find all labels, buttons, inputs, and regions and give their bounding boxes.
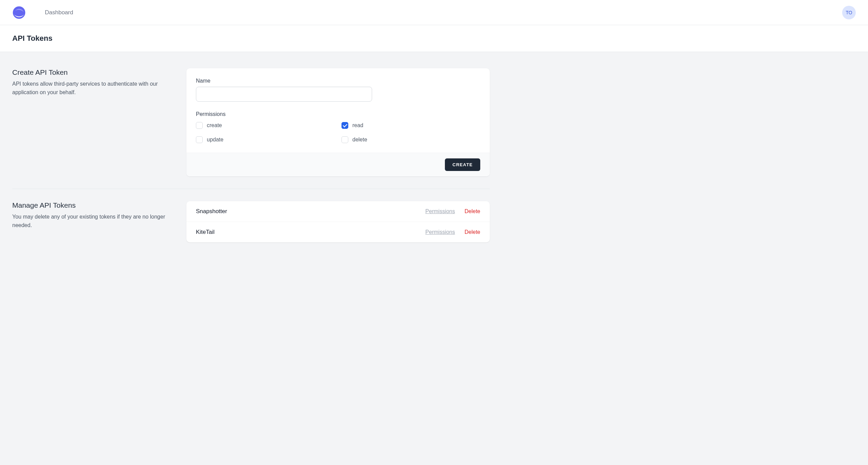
- permission-create-checkbox[interactable]: [196, 122, 203, 129]
- create-token-card: Name Permissions createreadupdatedelete …: [186, 68, 490, 176]
- permission-read-label: read: [352, 122, 363, 128]
- permissions-grid: createreadupdatedelete: [196, 122, 480, 143]
- token-permissions-link[interactable]: Permissions: [425, 229, 455, 235]
- permission-read-checkbox[interactable]: [341, 122, 348, 129]
- topbar: Dashboard TO: [0, 0, 868, 25]
- permission-read[interactable]: read: [341, 122, 480, 129]
- permission-delete-label: delete: [352, 137, 367, 143]
- create-token-section: Create API Token API tokens allow third-…: [12, 68, 490, 176]
- permission-update[interactable]: update: [196, 136, 335, 143]
- create-button[interactable]: CREATE: [445, 158, 480, 171]
- main-content: Create API Token API tokens allow third-…: [0, 52, 502, 259]
- permission-create-label: create: [207, 122, 222, 128]
- topbar-left: Dashboard: [12, 6, 73, 19]
- page-title: API Tokens: [12, 34, 856, 43]
- manage-tokens-heading: Manage API Tokens: [12, 201, 176, 209]
- permission-update-label: update: [207, 137, 223, 143]
- create-token-heading: Create API Token: [12, 68, 176, 76]
- manage-tokens-intro: Manage API Tokens You may delete any of …: [12, 201, 176, 242]
- create-token-intro: Create API Token API tokens allow third-…: [12, 68, 176, 176]
- token-permissions-link[interactable]: Permissions: [425, 208, 455, 214]
- app-logo[interactable]: [12, 6, 26, 19]
- token-row: KiteTailPermissionsDelete: [186, 222, 490, 242]
- page-header: API Tokens: [0, 25, 868, 52]
- token-list: SnapshotterPermissionsDeleteKiteTailPerm…: [186, 201, 490, 242]
- permissions-label: Permissions: [196, 111, 480, 117]
- token-delete-link[interactable]: Delete: [465, 208, 480, 214]
- name-label: Name: [196, 78, 480, 84]
- token-name: KiteTail: [196, 229, 215, 236]
- permission-delete-checkbox[interactable]: [341, 136, 348, 143]
- token-delete-link[interactable]: Delete: [465, 229, 480, 235]
- token-name: Snapshotter: [196, 208, 227, 215]
- token-name-input[interactable]: [196, 87, 372, 102]
- token-actions: PermissionsDelete: [425, 208, 480, 214]
- create-token-description: API tokens allow third-party services to…: [12, 80, 176, 97]
- permission-create[interactable]: create: [196, 122, 335, 129]
- token-row: SnapshotterPermissionsDelete: [186, 201, 490, 222]
- nav-dashboard[interactable]: Dashboard: [45, 9, 73, 16]
- token-actions: PermissionsDelete: [425, 229, 480, 235]
- user-avatar[interactable]: TO: [842, 6, 856, 19]
- manage-tokens-section: Manage API Tokens You may delete any of …: [12, 189, 490, 242]
- manage-tokens-description: You may delete any of your existing toke…: [12, 213, 176, 230]
- permission-update-checkbox[interactable]: [196, 136, 203, 143]
- permission-delete[interactable]: delete: [341, 136, 480, 143]
- logo-icon: [12, 6, 26, 19]
